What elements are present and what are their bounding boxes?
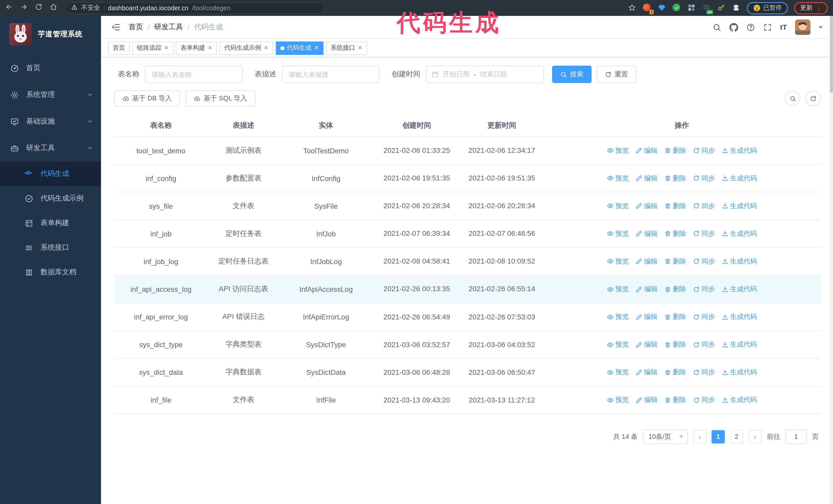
- edit-action-link[interactable]: 编辑: [635, 146, 658, 155]
- trash-action-link[interactable]: 删除: [664, 229, 686, 238]
- tab-tracing[interactable]: 链路追踪✕: [132, 41, 173, 55]
- close-icon[interactable]: ✕: [358, 45, 362, 51]
- tab-system-api[interactable]: 系统接口✕: [326, 41, 367, 55]
- eye-action-link[interactable]: 预览: [607, 285, 629, 294]
- db-import-button[interactable]: 基于 DB 导入: [114, 90, 180, 106]
- edit-action-link[interactable]: 编辑: [635, 285, 658, 294]
- scrollbar-thumb[interactable]: [830, 16, 833, 93]
- extension-gem-icon[interactable]: [658, 4, 666, 12]
- trash-action-link[interactable]: 删除: [664, 312, 686, 321]
- address-bar[interactable]: 不安全 dashboard.yudao.iocoder.cn/tool/code…: [65, 2, 325, 14]
- download-action-link[interactable]: 生成代码: [721, 340, 757, 349]
- reload-icon[interactable]: [35, 3, 43, 13]
- sync-action-link[interactable]: 同步: [693, 285, 715, 294]
- sidebar-item-system-api[interactable]: 系统接口: [0, 235, 101, 260]
- back-icon[interactable]: [5, 3, 13, 13]
- edit-action-link[interactable]: 编辑: [635, 173, 658, 183]
- help-icon[interactable]: [746, 23, 755, 31]
- trash-action-link[interactable]: 删除: [664, 257, 686, 266]
- tab-codegen[interactable]: 代码生成✕: [276, 41, 323, 55]
- sidebar-item-codegen[interactable]: </> 代码生成: [0, 162, 101, 186]
- next-page-button[interactable]: ›: [748, 430, 762, 443]
- extensions-puzzle-icon[interactable]: [732, 4, 741, 12]
- refresh-button[interactable]: [805, 91, 821, 106]
- sidebar-item-form-builder[interactable]: 表单构建: [0, 211, 101, 235]
- font-size-icon[interactable]: tT: [780, 23, 787, 31]
- download-action-link[interactable]: 生成代码: [721, 368, 757, 377]
- tab-codegen-demo[interactable]: 代码生成示例✕: [220, 41, 273, 55]
- close-icon[interactable]: ✕: [208, 45, 212, 51]
- github-icon[interactable]: [730, 23, 738, 31]
- trash-action-link[interactable]: 删除: [664, 368, 686, 377]
- close-icon[interactable]: ✕: [314, 45, 318, 51]
- date-range-picker[interactable]: 开始日期 - 结束日期: [426, 66, 544, 83]
- eye-action-link[interactable]: 预览: [607, 340, 629, 349]
- extension-shield-icon[interactable]: [672, 4, 681, 12]
- menu-dots-icon[interactable]: ⋮: [816, 5, 822, 10]
- profile-paused-chip[interactable]: 已暂停: [747, 2, 788, 14]
- eye-action-link[interactable]: 预览: [607, 146, 629, 155]
- edit-action-link[interactable]: 编辑: [635, 395, 658, 405]
- download-action-link[interactable]: 生成代码: [721, 312, 757, 321]
- update-chip[interactable]: 更新 ⋮: [794, 2, 828, 14]
- bookmark-star-icon[interactable]: [628, 4, 637, 12]
- fullscreen-icon[interactable]: [763, 23, 772, 31]
- trash-action-link[interactable]: 删除: [664, 173, 686, 183]
- tab-home[interactable]: 首页: [108, 41, 130, 55]
- sync-action-link[interactable]: 同步: [693, 257, 715, 266]
- trash-action-link[interactable]: 删除: [664, 201, 686, 211]
- sql-import-button[interactable]: 基于 SQL 导入: [186, 90, 256, 106]
- sidebar-item-infra[interactable]: 基础设施: [0, 108, 101, 135]
- toggle-search-button[interactable]: [785, 91, 800, 106]
- download-action-link[interactable]: 生成代码: [721, 201, 757, 211]
- scrollbar[interactable]: [830, 16, 833, 504]
- trash-action-link[interactable]: 删除: [664, 146, 686, 155]
- page-2-button[interactable]: 2: [730, 430, 743, 443]
- sidebar-item-codegen-demo[interactable]: 代码生成示例: [0, 186, 101, 211]
- prev-page-button[interactable]: ‹: [693, 430, 706, 443]
- sync-action-link[interactable]: 同步: [693, 312, 715, 321]
- download-action-link[interactable]: 生成代码: [721, 229, 757, 238]
- search-icon[interactable]: [713, 23, 721, 31]
- extension-on-icon[interactable]: on: [702, 4, 711, 12]
- page-size-select[interactable]: 10条/页: [643, 430, 688, 444]
- sidebar-item-system[interactable]: 系统管理: [0, 81, 101, 108]
- eye-action-link[interactable]: 预览: [607, 312, 629, 321]
- close-icon[interactable]: ✕: [164, 45, 169, 51]
- reset-button[interactable]: 重置: [597, 66, 636, 83]
- eye-action-link[interactable]: 预览: [607, 201, 629, 211]
- extension-grid-icon[interactable]: [687, 4, 696, 12]
- edit-action-link[interactable]: 编辑: [635, 229, 658, 238]
- eye-action-link[interactable]: 预览: [607, 229, 629, 238]
- goto-page-input[interactable]: [785, 430, 807, 444]
- download-action-link[interactable]: 生成代码: [721, 173, 757, 183]
- chevron-down-icon[interactable]: [819, 26, 823, 28]
- sidebar-item-home[interactable]: 首页: [0, 55, 101, 81]
- table-desc-input[interactable]: [282, 66, 379, 83]
- sync-action-link[interactable]: 同步: [693, 229, 715, 238]
- sync-action-link[interactable]: 同步: [693, 146, 715, 155]
- breadcrumb-home[interactable]: 首页: [129, 23, 143, 32]
- tab-form-builder[interactable]: 表单构建✕: [176, 41, 217, 55]
- edit-action-link[interactable]: 编辑: [635, 201, 658, 211]
- download-action-link[interactable]: 生成代码: [721, 395, 757, 405]
- download-action-link[interactable]: 生成代码: [721, 146, 757, 155]
- edit-action-link[interactable]: 编辑: [635, 340, 658, 349]
- collapse-menu-icon[interactable]: [111, 23, 120, 32]
- sync-action-link[interactable]: 同步: [693, 395, 715, 405]
- search-button[interactable]: 搜索: [552, 66, 592, 83]
- breadcrumb-devtools[interactable]: 研发工具: [154, 23, 183, 32]
- sidebar-item-db-doc[interactable]: 数据库文档: [0, 260, 101, 285]
- sync-action-link[interactable]: 同步: [693, 368, 715, 377]
- eye-action-link[interactable]: 预览: [607, 173, 629, 183]
- eye-action-link[interactable]: 预览: [607, 368, 629, 377]
- trash-action-link[interactable]: 删除: [664, 285, 686, 294]
- sync-action-link[interactable]: 同步: [693, 201, 715, 211]
- edit-action-link[interactable]: 编辑: [635, 368, 658, 377]
- eye-action-link[interactable]: 预览: [607, 257, 629, 266]
- sync-action-link[interactable]: 同步: [693, 340, 715, 349]
- eye-action-link[interactable]: 预览: [607, 395, 629, 405]
- sync-action-link[interactable]: 同步: [693, 173, 715, 183]
- download-action-link[interactable]: 生成代码: [721, 257, 757, 266]
- edit-action-link[interactable]: 编辑: [635, 312, 658, 321]
